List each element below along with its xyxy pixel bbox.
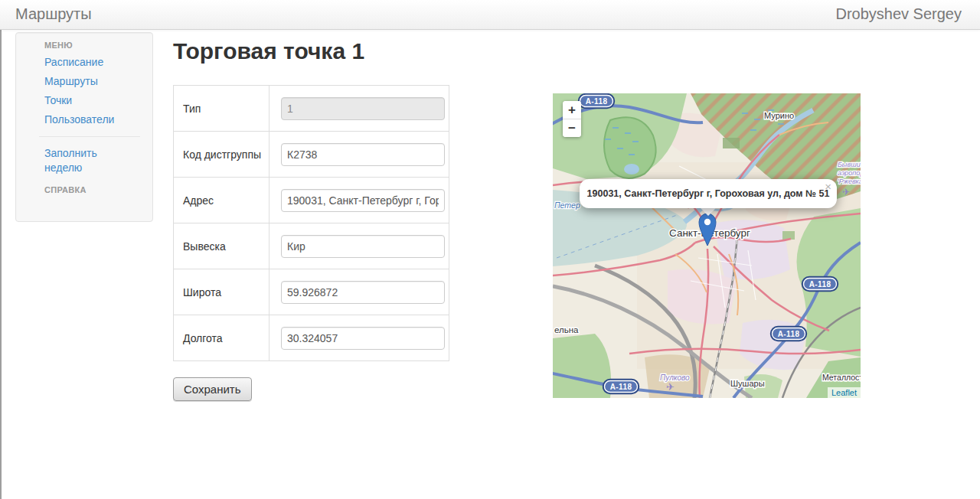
table-row: Тип: [174, 86, 449, 132]
input-longitude[interactable]: [281, 327, 445, 350]
input-signboard[interactable]: [281, 235, 445, 258]
map-label-metallostroy: Металлостр: [822, 373, 861, 382]
label-signboard: Вывеска: [174, 223, 270, 269]
input-distgroup-code[interactable]: [281, 143, 445, 166]
table-row: Долгота: [174, 315, 449, 361]
popup-close-icon[interactable]: ×: [825, 181, 831, 192]
sidebar-item-users[interactable]: Пользователи: [16, 110, 152, 129]
table-row: Вывеска: [174, 223, 449, 269]
app-window: Маршруты Drobyshev Sergey МЕНЮ Расписани…: [0, 0, 980, 499]
svg-text:А-118: А-118: [586, 97, 608, 106]
road-badge-a118: А-118: [603, 380, 639, 393]
label-longitude: Долгота: [174, 315, 270, 361]
map-popup: 190031, Санкт-Петербург г, Гороховая ул,…: [580, 179, 837, 208]
input-address[interactable]: [281, 189, 445, 212]
zoom-in-button[interactable]: +: [563, 101, 581, 119]
page-title: Торговая точка 1: [173, 37, 364, 66]
table-row: Код дистгруппы: [174, 132, 449, 178]
sidebar-divider: [39, 136, 140, 137]
sidebar-header-help: СПРАВКА: [16, 185, 152, 194]
map-canvas[interactable]: Мурино ельна Шушары Металлостр Пулково П…: [553, 93, 861, 398]
map-attribution: Leaflet: [828, 387, 861, 398]
leaflet-map[interactable]: Мурино ельна Шушары Металлостр Пулково П…: [553, 93, 861, 398]
zoom-out-button[interactable]: −: [563, 119, 581, 137]
input-latitude[interactable]: [281, 281, 445, 304]
save-button[interactable]: Сохранить: [173, 377, 252, 401]
map-label-water: Петер: [554, 201, 580, 210]
point-form: Тип Код дистгруппы Адрес Вывеска Широта …: [173, 85, 449, 361]
map-label-strelna: ельна: [554, 325, 579, 334]
road-badge-a118: А-118: [771, 327, 806, 341]
app-brand[interactable]: Маршруты: [15, 5, 92, 23]
sidebar-item-fill-week[interactable]: Заполнить неделю: [16, 144, 136, 178]
map-label-rzhevka: аэропор: [838, 169, 861, 177]
sidebar: МЕНЮ Расписание Маршруты Точки Пользоват…: [15, 32, 153, 222]
leaflet-link[interactable]: Leaflet: [831, 388, 857, 397]
svg-text:А-118: А-118: [778, 330, 800, 338]
sidebar-header-menu: МЕНЮ: [16, 41, 152, 50]
map-label-rzhevka: 'Ржевка': [838, 178, 861, 185]
airport-icon: ✈: [666, 381, 675, 393]
label-latitude: Широта: [174, 269, 270, 315]
top-navbar: Маршруты Drobyshev Sergey: [0, 0, 980, 30]
map-label-shushary: Шушары: [730, 379, 765, 388]
label-type: Тип: [174, 86, 270, 132]
sidebar-item-points[interactable]: Точки: [16, 91, 152, 110]
svg-text:А-118: А-118: [610, 383, 632, 391]
sidebar-item-schedule[interactable]: Расписание: [16, 53, 152, 72]
table-row: Широта: [174, 269, 449, 315]
road-badge-a118: А-118: [802, 277, 838, 291]
road-badge-a118: А-118: [579, 94, 614, 108]
popup-address-text: 190031, Санкт-Петербург г, Гороховая ул,…: [580, 188, 837, 199]
window-edge-line: [0, 0, 2, 499]
map-label-murino: Мурино: [764, 111, 794, 120]
map-label-pulkovo: Пулково: [660, 373, 690, 382]
label-distgroup-code: Код дистгруппы: [174, 132, 270, 178]
label-address: Адрес: [174, 178, 270, 223]
map-artwork: [553, 93, 861, 398]
input-type: [281, 97, 445, 120]
svg-text:А-118: А-118: [809, 280, 831, 289]
map-zoom-control: + −: [563, 101, 581, 137]
table-row: Адрес: [174, 178, 449, 223]
sidebar-item-routes[interactable]: Маршруты: [16, 72, 152, 91]
user-name[interactable]: Drobyshev Sergey: [835, 5, 962, 23]
map-label-rzhevka: Бывший: [838, 161, 861, 168]
airport-icon: ✈: [842, 187, 850, 197]
